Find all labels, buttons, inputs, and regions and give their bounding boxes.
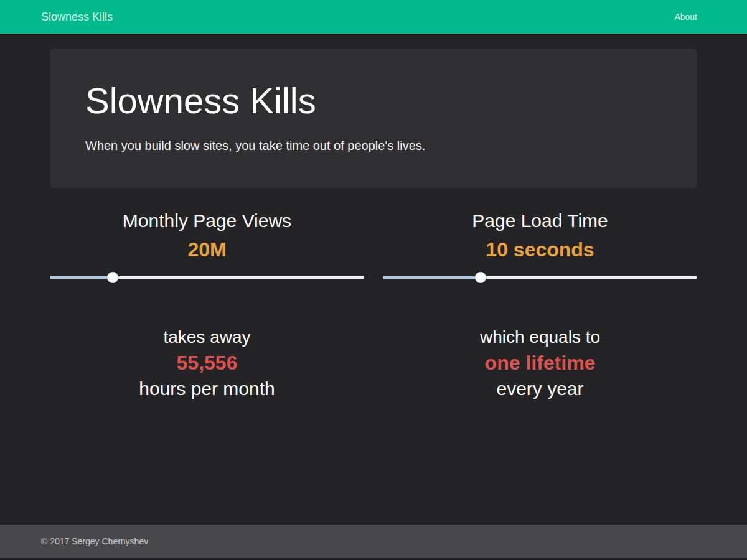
page-views-result: takes away 55,556 hours per month: [50, 324, 364, 403]
footer: © 2017 Sergey Chernyshev: [0, 525, 747, 558]
navbar: Slowness Kills About: [0, 0, 747, 35]
page-views-slider[interactable]: [50, 272, 364, 283]
copyright-text: © 2017 Sergey Chernyshev: [41, 536, 148, 546]
sliders-row: Monthly Page Views 20M takes away 55,556…: [50, 210, 697, 402]
load-time-slider[interactable]: [383, 272, 697, 283]
hero-jumbotron: Slowness Kills When you build slow sites…: [50, 49, 697, 188]
page-views-heading: Monthly Page Views: [50, 210, 364, 232]
result-suffix: every year: [383, 376, 697, 402]
load-time-result: which equals to one lifetime every year: [383, 324, 697, 403]
page-subtitle: When you build slow sites, you take time…: [85, 137, 662, 154]
content-container: Slowness Kills When you build slow sites…: [50, 49, 697, 402]
result-value: one lifetime: [383, 350, 697, 376]
result-value: 55,556: [50, 350, 364, 376]
result-prefix: takes away: [50, 324, 364, 350]
slider-fill: [383, 276, 481, 279]
result-prefix: which equals to: [383, 324, 697, 350]
slider-handle[interactable]: [475, 272, 486, 283]
result-suffix: hours per month: [50, 376, 364, 402]
page-views-panel: Monthly Page Views 20M takes away 55,556…: [50, 210, 364, 402]
page-views-value: 20M: [50, 238, 364, 261]
main-content: Slowness Kills When you build slow sites…: [0, 35, 747, 525]
load-time-panel: Page Load Time 10 seconds which equals t…: [383, 210, 697, 402]
about-link[interactable]: About: [674, 12, 697, 22]
load-time-heading: Page Load Time: [383, 210, 697, 232]
page-title: Slowness Kills: [85, 81, 662, 121]
navbar-brand[interactable]: Slowness Kills: [41, 11, 113, 24]
load-time-value: 10 seconds: [383, 238, 697, 261]
slider-handle[interactable]: [107, 272, 118, 283]
slider-fill: [50, 276, 113, 279]
